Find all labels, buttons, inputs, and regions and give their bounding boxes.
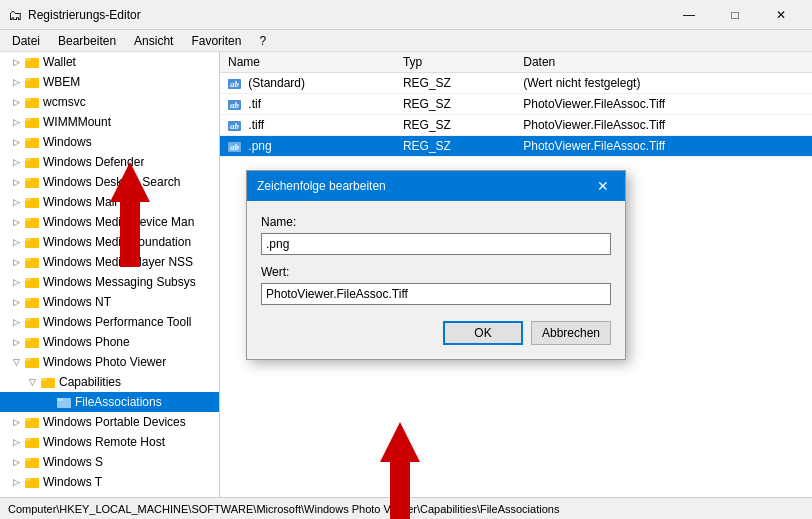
menu-favoriten[interactable]: Favoriten — [183, 32, 249, 50]
tree-label-win-t: Windows T — [43, 475, 102, 489]
tree-item-win-u[interactable]: ▷ Windows U — [0, 492, 219, 497]
tree-label-win-s: Windows S — [43, 455, 103, 469]
folder-icon-win-media-device — [24, 214, 40, 230]
expand-wcmsvc[interactable]: ▷ — [8, 94, 24, 110]
expand-capabilities[interactable]: ▽ — [24, 374, 40, 390]
menu-ansicht[interactable]: Ansicht — [126, 32, 181, 50]
folder-icon-win-perf — [24, 314, 40, 330]
menu-datei[interactable]: Datei — [4, 32, 48, 50]
tree-label-win-media-device: Windows Media Device Man — [43, 215, 194, 229]
expand-win-defender[interactable]: ▷ — [8, 154, 24, 170]
tree-item-win-portable[interactable]: ▷ Windows Portable Devices — [0, 412, 219, 432]
folder-icon-wbem — [24, 74, 40, 90]
tree-item-capabilities[interactable]: ▽ Capabilities — [0, 372, 219, 392]
menu-help[interactable]: ? — [251, 32, 274, 50]
tree-label-wallet: Wallet — [43, 55, 76, 69]
tree-item-windows[interactable]: ▷ Windows — [0, 132, 219, 152]
tree-label-win-phone: Windows Phone — [43, 335, 130, 349]
tree-item-win-media-device[interactable]: ▷ Windows Media Device Man — [0, 212, 219, 232]
minimize-button[interactable]: — — [666, 0, 712, 30]
edit-string-dialog[interactable]: Zeichenfolge bearbeiten ✕ Name: Wert: OK… — [246, 170, 626, 360]
expand-win-media-player[interactable]: ▷ — [8, 254, 24, 270]
col-name: Name — [220, 52, 395, 73]
svg-rect-21 — [25, 258, 31, 261]
tree-item-win-s[interactable]: ▷ Windows S — [0, 452, 219, 472]
tree-label-win-desktop-search: Windows Desktop Search — [43, 175, 180, 189]
expand-wimmount[interactable]: ▷ — [8, 114, 24, 130]
close-button[interactable]: ✕ — [758, 0, 804, 30]
name-input[interactable] — [261, 233, 611, 255]
tree-item-win-photo-viewer[interactable]: ▽ Windows Photo Viewer — [0, 352, 219, 372]
expand-win-media-foundation[interactable]: ▷ — [8, 234, 24, 250]
tree-item-win-t[interactable]: ▷ Windows T — [0, 472, 219, 492]
row-name: ab (Standard) — [220, 73, 395, 94]
tree-item-file-associations[interactable]: FileAssociations — [0, 392, 219, 412]
tree-item-wallet[interactable]: ▷ Wallet — [0, 52, 219, 72]
expand-win-perf[interactable]: ▷ — [8, 314, 24, 330]
tree-item-win-defender[interactable]: ▷ Windows Defender — [0, 152, 219, 172]
table-row[interactable]: ab .tiff REG_SZ PhotoViewer.FileAssoc.Ti… — [220, 115, 812, 136]
tree-item-win-media-foundation[interactable]: ▷ Windows Media Foundation — [0, 232, 219, 252]
folder-icon-win-mail — [24, 194, 40, 210]
tree-item-win-perf[interactable]: ▷ Windows Performance Tooll — [0, 312, 219, 332]
registry-values-table: Name Typ Daten ab (Standard) REG_SZ (Wer… — [220, 52, 812, 157]
tree-label-wcmsvc: wcmsvc — [43, 95, 86, 109]
expand-win-messaging[interactable]: ▷ — [8, 274, 24, 290]
tree-panel[interactable]: ▷ Wallet ▷ WBEM ▷ — [0, 52, 220, 497]
value-input[interactable] — [261, 283, 611, 305]
tree-label-win-perf: Windows Performance Tooll — [43, 315, 192, 329]
expand-win-media-device[interactable]: ▷ — [8, 214, 24, 230]
row-name: ab .tiff — [220, 115, 395, 136]
tree-item-wcmsvc[interactable]: ▷ wcmsvc — [0, 92, 219, 112]
tree-item-wbem[interactable]: ▷ WBEM — [0, 72, 219, 92]
tree-label-wbem: WBEM — [43, 75, 80, 89]
cancel-button[interactable]: Abbrechen — [531, 321, 611, 345]
expand-win-photo-viewer[interactable]: ▽ — [8, 354, 24, 370]
tree-item-win-mail[interactable]: ▷ Windows Mail — [0, 192, 219, 212]
expand-win-t[interactable]: ▷ — [8, 474, 24, 490]
tree-item-win-desktop-search[interactable]: ▷ Windows Desktop Search — [0, 172, 219, 192]
expand-win-s[interactable]: ▷ — [8, 454, 24, 470]
expand-win-nt[interactable]: ▷ — [8, 294, 24, 310]
folder-icon-win-media-foundation — [24, 234, 40, 250]
folder-icon-win-nt — [24, 294, 40, 310]
folder-icon-win-desktop-search — [24, 174, 40, 190]
expand-win-mail[interactable]: ▷ — [8, 194, 24, 210]
expand-windows[interactable]: ▷ — [8, 134, 24, 150]
tree-label-wimmount: WIMMMount — [43, 115, 111, 129]
table-row-selected[interactable]: ab .png REG_SZ PhotoViewer.FileAssoc.Tif… — [220, 136, 812, 157]
ok-button[interactable]: OK — [443, 321, 523, 345]
dialog-buttons: OK Abbrechen — [261, 321, 611, 349]
tree-item-win-remote[interactable]: ▷ Windows Remote Host — [0, 432, 219, 452]
svg-rect-35 — [57, 398, 63, 401]
table-row[interactable]: ab .tif REG_SZ PhotoViewer.FileAssoc.Tif… — [220, 94, 812, 115]
menu-bar: Datei Bearbeiten Ansicht Favoriten ? — [0, 30, 812, 52]
tree-label-win-defender: Windows Defender — [43, 155, 144, 169]
tree-item-win-nt[interactable]: ▷ Windows NT — [0, 292, 219, 312]
svg-rect-13 — [25, 178, 31, 181]
row-data: PhotoViewer.FileAssoc.Tiff — [515, 94, 812, 115]
expand-wbem[interactable]: ▷ — [8, 74, 24, 90]
tree-item-wimmount[interactable]: ▷ WIMMMount — [0, 112, 219, 132]
expand-win-remote[interactable]: ▷ — [8, 434, 24, 450]
svg-rect-37 — [25, 418, 31, 421]
dialog-close-button[interactable]: ✕ — [591, 174, 615, 198]
tree-item-win-media-player[interactable]: ▷ Windows Media Player NSS — [0, 252, 219, 272]
tree-item-win-phone[interactable]: ▷ Windows Phone — [0, 332, 219, 352]
svg-rect-25 — [25, 298, 31, 301]
expand-wallet[interactable]: ▷ — [8, 54, 24, 70]
table-row[interactable]: ab (Standard) REG_SZ (Wert nicht festgel… — [220, 73, 812, 94]
ab-icon: ab — [228, 79, 241, 89]
name-label: Name: — [261, 215, 611, 229]
expand-win-portable[interactable]: ▷ — [8, 414, 24, 430]
menu-bearbeiten[interactable]: Bearbeiten — [50, 32, 124, 50]
expand-win-desktop-search[interactable]: ▷ — [8, 174, 24, 190]
expand-file-associations[interactable] — [40, 394, 56, 410]
tree-item-win-messaging[interactable]: ▷ Windows Messaging Subsys — [0, 272, 219, 292]
expand-win-phone[interactable]: ▷ — [8, 334, 24, 350]
folder-icon-win-photo-viewer — [24, 354, 40, 370]
maximize-button[interactable]: □ — [712, 0, 758, 30]
folder-icon-windows — [24, 134, 40, 150]
expand-win-u[interactable]: ▷ — [8, 494, 24, 497]
col-type: Typ — [395, 52, 515, 73]
